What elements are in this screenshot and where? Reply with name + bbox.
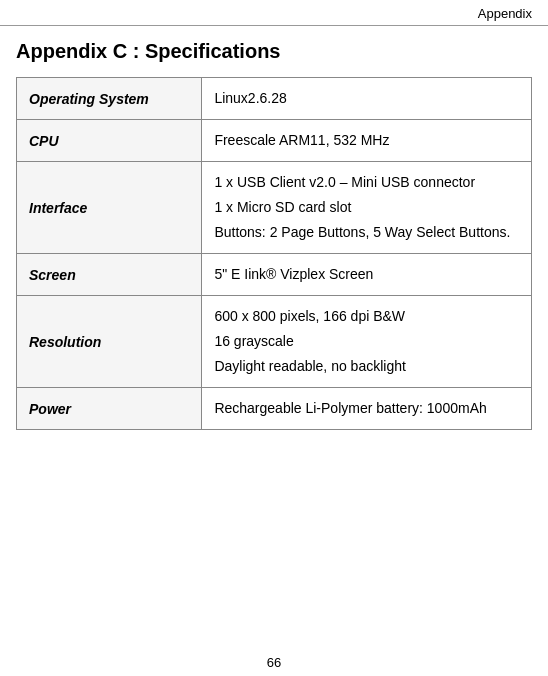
spec-value: 1 x USB Client v2.0 – Mini USB connector… [202, 162, 532, 254]
spec-label: Operating System [17, 78, 202, 120]
specs-table: Operating SystemLinux2.6.28CPUFreescale … [16, 77, 532, 430]
page-number: 66 [0, 647, 548, 676]
spec-value-line: Rechargeable Li-Polymer battery: 1000mAh [214, 398, 519, 419]
spec-value-line: 16 grayscale [214, 331, 519, 352]
spec-value-line: 600 x 800 pixels, 166 dpi B&W [214, 306, 519, 327]
spec-value-line: Freescale ARM11, 532 MHz [214, 130, 519, 151]
spec-value: Rechargeable Li-Polymer battery: 1000mAh [202, 388, 532, 430]
table-row: Resolution600 x 800 pixels, 166 dpi B&W1… [17, 296, 532, 388]
page-title: Appendix C : Specifications [16, 40, 532, 63]
spec-value: Linux2.6.28 [202, 78, 532, 120]
spec-value-line: 1 x Micro SD card slot [214, 197, 519, 218]
table-row: Operating SystemLinux2.6.28 [17, 78, 532, 120]
spec-label: CPU [17, 120, 202, 162]
table-row: CPUFreescale ARM11, 532 MHz [17, 120, 532, 162]
spec-value-line: 5" E Iink® Vizplex Screen [214, 264, 519, 285]
spec-label: Power [17, 388, 202, 430]
spec-value-line: Buttons: 2 Page Buttons, 5 Way Select Bu… [214, 222, 519, 243]
spec-label: Screen [17, 254, 202, 296]
table-row: Screen5" E Iink® Vizplex Screen [17, 254, 532, 296]
spec-value: 5" E Iink® Vizplex Screen [202, 254, 532, 296]
main-content: Appendix C : Specifications Operating Sy… [0, 26, 548, 647]
spec-label: Interface [17, 162, 202, 254]
spec-value: 600 x 800 pixels, 166 dpi B&W16 grayscal… [202, 296, 532, 388]
table-row: PowerRechargeable Li-Polymer battery: 10… [17, 388, 532, 430]
page-header: Appendix [0, 0, 548, 26]
spec-value-line: 1 x USB Client v2.0 – Mini USB connector [214, 172, 519, 193]
spec-value-line: Linux2.6.28 [214, 88, 519, 109]
spec-label: Resolution [17, 296, 202, 388]
header-title: Appendix [478, 6, 532, 21]
spec-value-line: Daylight readable, no backlight [214, 356, 519, 377]
spec-value: Freescale ARM11, 532 MHz [202, 120, 532, 162]
page-title-prefix: Appendix C : [16, 40, 145, 62]
page-title-bold: Specifications [145, 40, 281, 62]
table-row: Interface1 x USB Client v2.0 – Mini USB … [17, 162, 532, 254]
